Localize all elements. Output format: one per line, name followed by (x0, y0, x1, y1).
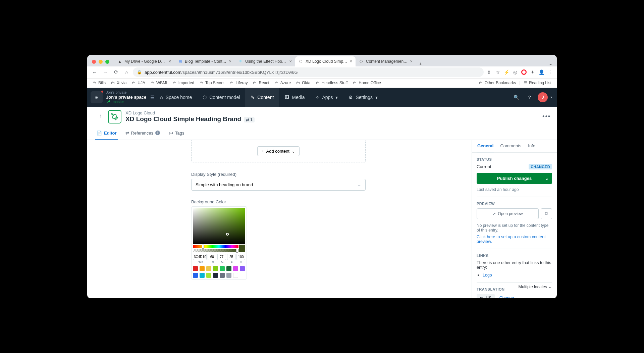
color-swatch[interactable] (240, 266, 245, 271)
picker-cursor[interactable] (226, 233, 229, 236)
publish-button[interactable]: Publish changes ⌄ (477, 173, 552, 184)
tab-tags[interactable]: 🏷Tags (167, 127, 185, 140)
color-swatch[interactable] (206, 266, 211, 271)
chevron-down-icon[interactable]: ▾ (550, 95, 552, 99)
profile-icon[interactable]: 👤 (537, 68, 545, 76)
bookmark[interactable]: 🗀WBMI (149, 80, 169, 86)
tab-references[interactable]: ⇄Referencesi (124, 127, 161, 140)
nav-apps[interactable]: ✧Apps ▾ (310, 88, 343, 107)
open-preview-button[interactable]: ↗Open preview (477, 208, 539, 219)
bookmark[interactable]: 🗀Headless Stuff (314, 80, 350, 86)
color-swatch[interactable] (233, 266, 238, 271)
sidebar-tab-info[interactable]: Info (527, 140, 536, 152)
bookmark[interactable]: 🗀Liferay (228, 80, 250, 86)
bookmark[interactable]: 🗀UJA (130, 80, 147, 86)
alpha-slider[interactable] (193, 249, 238, 252)
opera-icon[interactable] (520, 68, 528, 76)
help-icon[interactable]: ? (524, 92, 535, 103)
color-swatch[interactable] (226, 273, 231, 278)
change-locale-link[interactable]: Change (499, 296, 514, 298)
a-input[interactable] (236, 254, 245, 260)
browser-tab[interactable]: ▲My Drive - Google Drive× (114, 56, 174, 66)
menu-icon[interactable]: ⋮ (546, 68, 554, 76)
color-swatch[interactable] (226, 266, 231, 271)
forward-button[interactable]: → (101, 67, 110, 77)
bookmark[interactable]: 🗀Xtivia (109, 80, 128, 86)
address-bar[interactable]: 🔒 app.contentful.com/spaces/9hn1usm716r8… (133, 67, 484, 77)
space-selector[interactable]: Jon's private Jon's private space ⎇ mast… (106, 90, 146, 104)
copy-preview-button[interactable]: ⧉ (541, 208, 552, 219)
reference-badge[interactable]: ⇄ 1 (244, 117, 255, 122)
bookmark[interactable]: 🗀Top Secret (198, 80, 226, 86)
color-swatch[interactable] (220, 273, 225, 278)
chevron-down-icon[interactable]: ⌄ (545, 176, 549, 181)
display-style-select[interactable]: Simple with heading on brand ⌄ (191, 179, 366, 191)
search-icon[interactable]: 🔍 (511, 92, 522, 103)
window-zoom[interactable] (105, 60, 109, 64)
color-swatch[interactable] (193, 266, 198, 271)
color-swatch[interactable] (193, 273, 198, 278)
saturation-picker[interactable] (193, 208, 245, 244)
close-icon[interactable]: × (168, 59, 171, 64)
slider-handle[interactable] (202, 245, 204, 249)
app-switcher-button[interactable]: ⊞ (91, 91, 103, 103)
bookmark[interactable]: 🗀Home Office (351, 80, 383, 86)
extension-icon[interactable]: ◎ (511, 68, 519, 76)
b-input[interactable] (227, 254, 236, 260)
nav-content[interactable]: ✎Content (245, 88, 279, 107)
r-input[interactable] (208, 254, 216, 260)
avatar[interactable]: J (538, 92, 548, 102)
color-swatch[interactable] (233, 273, 238, 278)
bookmark[interactable]: 🗀Imported (171, 80, 196, 86)
incoming-link[interactable]: Logo (483, 273, 492, 278)
browser-tab[interactable]: ▤Blog Template - Contentful Ap…× (174, 56, 235, 66)
color-swatch[interactable] (200, 273, 205, 278)
bookmark[interactable]: 🗀Azure (273, 80, 293, 86)
hamburger-icon[interactable]: ☰ (150, 95, 155, 100)
entry-actions-menu[interactable]: ••• (542, 113, 551, 120)
locales-dropdown[interactable]: Multiple locales⌄ (519, 284, 552, 289)
extension-icon[interactable]: ⚡ (502, 68, 511, 76)
home-button[interactable]: ⌂ (122, 67, 131, 77)
browser-tab[interactable]: ◌Content Management API | Co…× (356, 56, 416, 66)
add-content-button[interactable]: + Add content ⌄ (257, 146, 300, 156)
close-icon[interactable]: × (350, 59, 352, 64)
window-close[interactable] (92, 60, 96, 64)
bookmark[interactable]: 🗀Okta (294, 80, 312, 86)
share-icon[interactable]: ⇪ (485, 68, 493, 76)
bookmark[interactable]: 🗀Bills (91, 80, 108, 86)
nav-media[interactable]: 🖼Media (279, 88, 310, 107)
browser-tab[interactable]: ⚛Using the Effect Hook – React× (235, 56, 295, 66)
tab-overflow-icon[interactable]: ⌄ (548, 60, 557, 66)
other-bookmarks[interactable]: 🗀Other Bookmarks (477, 80, 518, 86)
back-button[interactable]: ← (90, 67, 99, 77)
color-swatch[interactable] (213, 266, 218, 271)
bookmark[interactable]: 🗀React (251, 80, 271, 86)
back-button[interactable]: 〈 (93, 111, 105, 123)
window-minimize[interactable] (99, 60, 103, 64)
star-icon[interactable]: ☆ (494, 68, 502, 76)
hex-input[interactable] (193, 254, 207, 260)
nav-content-model[interactable]: ⬡Content model (197, 88, 245, 107)
tab-editor[interactable]: 📄Editor (95, 127, 118, 140)
sidebar-tab-general[interactable]: General (477, 140, 494, 152)
reload-button[interactable]: ⟳ (111, 67, 121, 77)
browser-tab-active[interactable]: ◌XD Logo Cloud Simple Heading× (295, 56, 356, 66)
g-input[interactable] (217, 254, 226, 260)
close-icon[interactable]: × (410, 59, 413, 64)
nav-space-home[interactable]: ⌂Space home (155, 88, 197, 107)
color-swatch[interactable] (213, 273, 218, 278)
nav-settings[interactable]: ⚙Settings ▾ (343, 88, 383, 107)
slider-handle[interactable] (236, 249, 238, 253)
new-tab-button[interactable]: + (416, 61, 425, 66)
hue-slider[interactable] (193, 245, 238, 248)
color-swatch[interactable] (220, 266, 225, 271)
reading-list[interactable]: ☰Reading List (522, 80, 553, 86)
color-swatch[interactable] (206, 273, 211, 278)
sidebar-tab-comments[interactable]: Comments (499, 140, 522, 152)
close-icon[interactable]: × (289, 59, 292, 64)
setup-preview-link[interactable]: Click here to set up a custom content pr… (477, 235, 552, 244)
color-swatch[interactable] (200, 266, 205, 271)
close-icon[interactable]: × (229, 59, 231, 64)
extensions-icon[interactable]: ✦ (529, 68, 537, 76)
